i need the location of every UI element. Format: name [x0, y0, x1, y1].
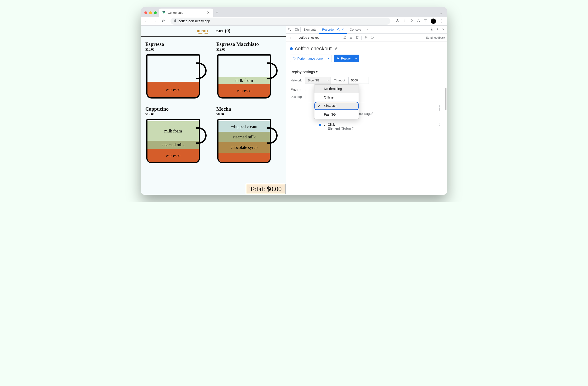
page-nav: menu cart (0) — [141, 26, 286, 37]
address-bar[interactable]: coffee-cart.netlify.app — [170, 18, 390, 25]
item-name: Espresso Macchiato — [216, 41, 282, 47]
menu-item[interactable]: Mocha$8.00whipped creamsteamed milkchoco… — [216, 106, 282, 164]
window-controls — [144, 11, 159, 17]
cart-total[interactable]: Total: $0.00 — [246, 184, 285, 194]
throttle-option-slow-3g[interactable]: Slow 3G — [315, 102, 358, 110]
step-detail: Element "Submit" — [328, 126, 354, 130]
environment-heading: Environm — [291, 88, 443, 92]
recording-name: coffee checkout — [299, 36, 320, 40]
back-button[interactable]: ← — [143, 19, 150, 23]
settings-gear-icon[interactable] — [429, 27, 433, 32]
step-replay-icon[interactable] — [364, 35, 368, 40]
browser-window: Coffee cart ✕ + ⌄ ← → ⟳ coffee-cart.netl… — [141, 7, 447, 195]
side-panel-icon[interactable] — [424, 19, 427, 23]
step-row[interactable]: ▸ Click Element "Submit" ⋮ — [319, 121, 443, 132]
svg-rect-0 — [424, 19, 427, 22]
edit-title-icon[interactable] — [334, 46, 338, 52]
step-menu-icon[interactable]: ⋮ — [438, 122, 441, 126]
cup-layer: espresso — [218, 84, 270, 97]
export-icon[interactable] — [343, 35, 347, 40]
device-toolbar-icon[interactable] — [293, 26, 300, 34]
performance-panel-dropdown[interactable]: ▾ — [326, 55, 332, 62]
throttle-option-no-throttling[interactable]: No throttling — [315, 84, 358, 93]
scrollbar-thumb[interactable] — [445, 88, 446, 110]
menu-item[interactable]: Espresso$10.00espresso — [145, 41, 211, 100]
import-icon[interactable] — [349, 35, 353, 40]
share-icon[interactable] — [396, 19, 399, 23]
item-name: Cappucino — [145, 106, 211, 112]
timeout-label: Timeout — [334, 79, 345, 82]
coffee-cup: milk foamsteamed milkespresso — [145, 118, 204, 164]
browser-tabbar: Coffee cart ✕ + ⌄ — [141, 7, 447, 17]
continue-replay-icon[interactable] — [370, 35, 374, 40]
menu-item[interactable]: Cappucino$19.00milk foamsteamed milkespr… — [145, 106, 211, 164]
record-dot-icon — [290, 47, 293, 50]
new-tab-button[interactable]: + — [213, 10, 221, 17]
tabs-more-icon[interactable]: » — [364, 26, 371, 34]
tab-title: Coffee cart — [168, 11, 183, 15]
new-recording-icon[interactable]: ＋ — [288, 35, 292, 41]
send-feedback-link[interactable]: Send feedback — [426, 36, 445, 40]
profile-avatar[interactable] — [431, 19, 436, 24]
close-recorder-tab-icon[interactable]: ✕ — [341, 28, 344, 31]
replay-button[interactable]: Replay — [334, 55, 353, 62]
chevron-down-icon: ▾ — [316, 70, 318, 74]
cup-layer: espresso — [147, 149, 199, 162]
network-throttle-dropdown: No throttling Offline Slow 3G Fast 3G — [314, 84, 359, 119]
step-menu-icon[interactable]: ⋮ — [438, 107, 441, 111]
devtools-menu-icon[interactable]: ⋮ — [436, 28, 439, 31]
close-window-icon[interactable] — [144, 11, 147, 14]
chevron-down-icon: ⌄ — [337, 36, 339, 39]
item-name: Espresso — [145, 41, 211, 47]
tab-recorder[interactable]: Recorder ✕ — [319, 26, 347, 34]
item-price: $8.00 — [216, 113, 282, 116]
nav-cart[interactable]: cart (0) — [216, 28, 231, 34]
bookmark-icon[interactable]: ☆ — [403, 19, 406, 23]
timeout-input[interactable]: 5000 — [348, 77, 369, 84]
cup-layer: chocolate syrup — [218, 142, 270, 153]
close-devtools-icon[interactable]: ✕ — [442, 28, 444, 31]
minimize-window-icon[interactable] — [149, 11, 152, 14]
delete-icon[interactable] — [355, 35, 359, 40]
item-price: $19.00 — [145, 113, 211, 116]
browser-tab[interactable]: Coffee cart ✕ — [159, 9, 213, 17]
recording-selector[interactable]: coffee checkout ⌄ — [297, 36, 340, 40]
replay-settings-heading[interactable]: Replay settings ▾ — [291, 70, 443, 74]
cup-handle — [267, 62, 278, 79]
browser-menu-icon[interactable]: ⋮ — [439, 19, 443, 23]
tab-console[interactable]: Console — [347, 26, 364, 34]
replay-dropdown[interactable]: ▾ — [353, 55, 359, 62]
coffee-cup: whipped creamsteamed milkchocolate syrup — [216, 118, 275, 164]
reload-button[interactable]: ⟳ — [160, 19, 167, 23]
tabs-overflow-icon[interactable]: ⌄ — [437, 11, 444, 17]
extensions-icon[interactable] — [409, 19, 413, 23]
performance-panel-button[interactable]: Performance panel — [290, 55, 326, 62]
chevron-up-icon: ▴ — [328, 79, 329, 82]
step-action: Click — [328, 123, 354, 126]
cup-layer: milk foam — [147, 121, 199, 141]
cup-layer: whipped cream — [218, 121, 270, 132]
url-text: coffee-cart.netlify.app — [179, 19, 210, 23]
svg-point-4 — [431, 29, 432, 30]
menu-item[interactable]: Espresso Macchiato$12.00milk foamespress… — [216, 41, 282, 100]
devtools-tabbar: Elements Recorder ✕ Console » ⋮ ✕ — [286, 26, 447, 34]
close-tab-icon[interactable]: ✕ — [207, 10, 210, 15]
labs-icon[interactable] — [417, 19, 420, 23]
item-price: $10.00 — [145, 48, 211, 52]
throttle-option-offline[interactable]: Offline — [315, 93, 358, 102]
inspect-element-icon[interactable] — [286, 26, 293, 34]
cup-layer: steamed milk — [218, 132, 270, 142]
cup-handle — [196, 62, 207, 79]
maximize-window-icon[interactable] — [154, 11, 157, 14]
chevron-right-icon[interactable]: ▸ — [324, 123, 325, 127]
cup-handle — [267, 127, 278, 144]
cup-layer: steamed milk — [147, 141, 199, 149]
forward-button[interactable]: → — [151, 19, 159, 23]
network-throttle-select[interactable]: Slow 3G▴ — [305, 77, 331, 84]
item-price: $12.00 — [216, 48, 282, 52]
devtools-panel: Elements Recorder ✕ Console » ⋮ ✕ ＋ — [286, 26, 447, 195]
tab-elements[interactable]: Elements — [301, 26, 319, 34]
nav-menu[interactable]: menu — [197, 28, 208, 34]
throttle-option-fast-3g[interactable]: Fast 3G — [315, 110, 358, 119]
desktop-label: Desktop — [291, 95, 302, 99]
